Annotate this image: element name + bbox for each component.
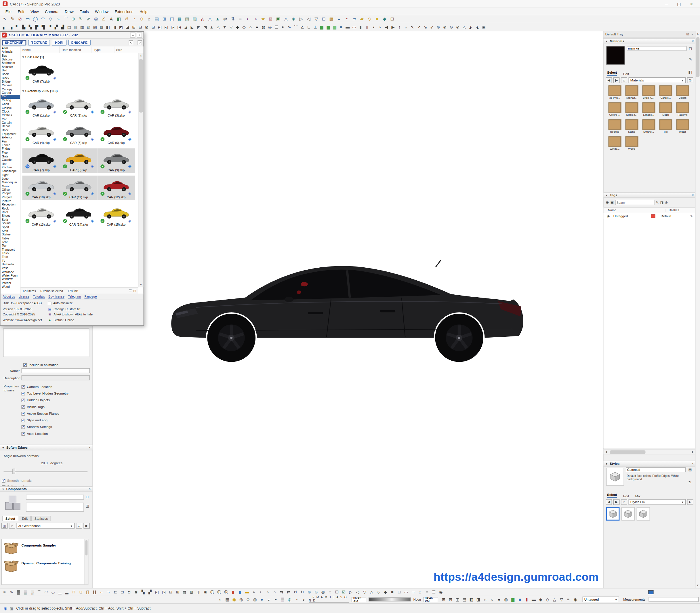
section-collapse-icon[interactable]: ▾: [23, 55, 24, 59]
category-item[interactable]: Hat: [1, 162, 20, 166]
in-model-home-icon[interactable]: ⌂: [621, 77, 627, 83]
styles-collection-dropdown[interactable]: Styles<1>▼: [629, 499, 686, 505]
tags-horizontal-scrollbar[interactable]: ◀ ▶: [604, 449, 696, 454]
toolbar-icon[interactable]: △: [368, 589, 375, 596]
toolbar-icon[interactable]: ▧: [184, 15, 191, 22]
toolbar-icon[interactable]: ▤: [153, 15, 160, 22]
toolbar-icon[interactable]: ◠: [43, 589, 50, 596]
scrollbar-thumb[interactable]: [139, 59, 143, 113]
material-category-item[interactable]: Stone: [623, 119, 640, 135]
toolbar-icon[interactable]: ◍: [252, 596, 259, 603]
toolbar-icon[interactable]: ∿: [286, 24, 292, 30]
measurements-input[interactable]: [648, 597, 699, 602]
purge-tags-icon[interactable]: ⊘: [665, 200, 668, 204]
library-file-item[interactable]: ✓ ◈ CAR (12).skp: [97, 175, 135, 200]
library-prev-button[interactable]: <: [129, 40, 133, 45]
style-thumbnail-item[interactable]: [621, 507, 635, 521]
scene-property-checkbox[interactable]: [22, 392, 25, 395]
category-item[interactable]: Canopy: [1, 88, 20, 91]
material-name-input[interactable]: [626, 46, 686, 51]
scene-description-box[interactable]: [3, 328, 90, 357]
toolbar-icon[interactable]: ◧: [468, 596, 475, 603]
toolbar-icon[interactable]: ◆: [538, 596, 544, 603]
scene-name-input[interactable]: [22, 368, 90, 373]
toolbar-icon[interactable]: ○: [489, 596, 496, 603]
toolbar-icon[interactable]: ◔: [130, 15, 137, 22]
category-item[interactable]: Decor: [1, 125, 20, 129]
toolbar-icon[interactable]: ◀: [384, 24, 389, 30]
library-file-item[interactable]: ↻ ◈ CAR (7).skp: [23, 148, 60, 173]
category-item[interactable]: Kitchen: [1, 166, 20, 170]
components-header[interactable]: ▼ Components ×: [0, 486, 92, 492]
category-item[interactable]: Landscape: [1, 170, 20, 173]
toolbar-icon[interactable]: ⇆: [278, 589, 285, 596]
material-category-item[interactable]: Roofing: [606, 119, 623, 135]
toolbar-icon[interactable]: ▞: [53, 24, 59, 30]
panel-close-icon[interactable]: ×: [89, 487, 91, 491]
toolbar-icon[interactable]: ▦: [79, 24, 85, 30]
toolbar-icon[interactable]: ◑: [264, 589, 271, 596]
category-item[interactable]: Cabinet: [1, 84, 20, 88]
toolbar-icon[interactable]: ◨: [111, 24, 117, 30]
category-item[interactable]: Sofa: [1, 218, 20, 222]
toolbar-icon[interactable]: ⊐: [119, 589, 126, 596]
change-custom-link[interactable]: Change Custom.txt: [53, 306, 80, 312]
toolbar-icon[interactable]: ▒: [279, 596, 286, 603]
material-category-item[interactable]: Glass a...: [623, 103, 640, 119]
category-item[interactable]: Reception: [1, 203, 20, 207]
toolbar-icon[interactable]: ▙: [21, 24, 27, 30]
category-item[interactable]: Tree: [1, 255, 20, 259]
grid-view-icon[interactable]: ⊞: [133, 289, 136, 293]
toolbar-icon[interactable]: ⌒: [36, 589, 43, 596]
toolbar-icon[interactable]: ▨: [191, 15, 199, 22]
scroll-up-icon[interactable]: ▲: [696, 31, 700, 36]
toolbar-icon[interactable]: ⌂: [482, 596, 489, 603]
material-category-item[interactable]: Asphalt...: [623, 86, 640, 102]
toolbar-icon[interactable]: ■: [389, 589, 396, 596]
toolbar-icon[interactable]: ◡: [50, 589, 56, 596]
toolbar-icon[interactable]: ▭: [403, 589, 409, 596]
tags-column-name[interactable]: Name: [604, 209, 666, 212]
toolbar-icon[interactable]: ↘: [422, 24, 428, 30]
toolbar-icon[interactable]: ¬: [105, 589, 112, 596]
components-source-dropdown[interactable]: 3D Warehouse▼: [16, 523, 75, 529]
toolbar-icon[interactable]: ◎: [267, 24, 273, 30]
toolbar-icon[interactable]: ●: [259, 596, 265, 603]
shadow-month-slider[interactable]: J F M A M J J A S O N D: [309, 596, 349, 603]
style-name-input[interactable]: [626, 467, 686, 472]
toolbar-icon[interactable]: ▬: [530, 596, 537, 603]
toolbar-icon[interactable]: ◁: [355, 589, 361, 596]
toolbar-icon[interactable]: ▷: [298, 15, 305, 22]
toolbar-icon[interactable]: ⊠: [144, 24, 150, 30]
paint-brush-icon[interactable]: ◧: [688, 70, 692, 74]
toolbar-icon[interactable]: ●: [496, 596, 502, 603]
toolbar-icon[interactable]: ▞: [147, 589, 153, 596]
toolbar-icon[interactable]: ◍: [260, 24, 266, 30]
toolbar-icon[interactable]: ∟: [306, 24, 312, 30]
toolbar-icon[interactable]: ⇅: [229, 15, 236, 22]
material-category-item[interactable]: Patterns: [674, 103, 691, 119]
toolbar-icon[interactable]: ●: [251, 589, 257, 596]
library-file-item[interactable]: ✓ ◈ CAR (13).skp: [23, 203, 60, 227]
toolbar-icon[interactable]: ☰: [431, 589, 437, 596]
material-category-item[interactable]: Tile: [657, 119, 674, 135]
material-category-item[interactable]: Windo...: [606, 136, 623, 153]
library-tab[interactable]: HDRI: [52, 39, 66, 45]
toolbar-icon[interactable]: ⌒: [293, 24, 299, 30]
back-arrow-icon[interactable]: ◀: [606, 499, 612, 505]
toolbar-icon[interactable]: ↔: [403, 24, 409, 30]
toolbar-icon[interactable]: ◁: [305, 15, 312, 22]
toolbar-icon[interactable]: ⊖: [448, 24, 454, 30]
toolbar-icon[interactable]: ⊕: [306, 589, 313, 596]
category-item[interactable]: Block: [1, 76, 20, 80]
tray-close-icon[interactable]: ×: [691, 32, 694, 36]
toolbar-icon[interactable]: ◫: [195, 589, 202, 596]
toolbar-icon[interactable]: ◬: [282, 15, 289, 22]
toolbar-icon[interactable]: ⌂: [146, 15, 153, 22]
category-item[interactable]: Tv: [1, 259, 20, 263]
components-scrollbar[interactable]: [84, 539, 88, 585]
edit-pencil-icon[interactable]: ✎: [690, 214, 693, 218]
category-item[interactable]: Chair: [1, 103, 20, 106]
toolbar-icon[interactable]: ⌐: [98, 589, 105, 596]
toolbar-icon[interactable]: ◉: [438, 589, 444, 596]
